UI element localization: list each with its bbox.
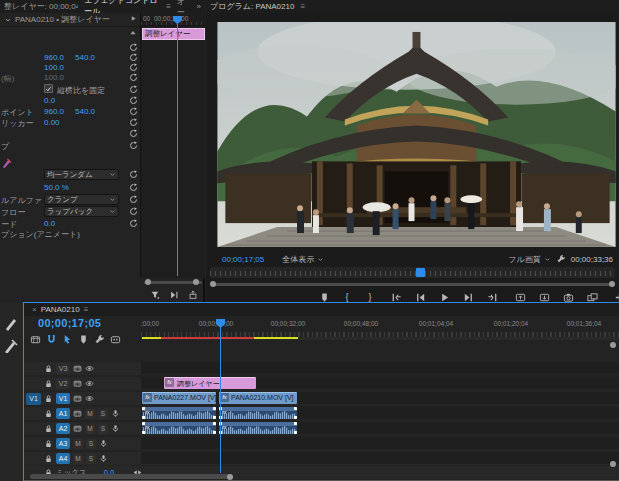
- solo-button[interactable]: S: [98, 409, 108, 419]
- param-value[interactable]: 0.0: [44, 219, 55, 228]
- mini-timeline-playhead[interactable]: [177, 24, 178, 276]
- param-value[interactable]: 960.0: [44, 107, 64, 116]
- effect-controls-clip-selector[interactable]: PANA0210 • 調整レイヤー: [0, 13, 140, 27]
- selection-handle[interactable]: [142, 431, 145, 434]
- panel-menu-icon[interactable]: ≡: [300, 2, 305, 11]
- selection-handle[interactable]: [213, 431, 216, 434]
- track-target-v1[interactable]: V1: [56, 393, 70, 404]
- param-value[interactable]: 100.0: [44, 63, 64, 72]
- track-content-a1[interactable]: fxfx: [141, 407, 619, 420]
- track-lock-icon[interactable]: [44, 394, 53, 403]
- playback-quality-select[interactable]: フル画質: [508, 254, 550, 265]
- audio-clip-pana0227[interactable]: fx: [142, 422, 216, 434]
- video-clip-pana0210[interactable]: fxPANA0210.MOV [V]: [219, 392, 297, 404]
- zoom-bar-left-handle[interactable]: [145, 279, 151, 285]
- export-icon[interactable]: [188, 290, 198, 300]
- playhead-to-key-icon[interactable]: [169, 290, 179, 300]
- param-value[interactable]: 0.00: [44, 118, 60, 127]
- sync-lock-icon[interactable]: [73, 424, 82, 433]
- track-lock-icon[interactable]: [44, 364, 53, 373]
- reset-param-button[interactable]: [127, 206, 139, 217]
- captions-icon[interactable]: [110, 334, 121, 345]
- param-value[interactable]: 540.0: [75, 53, 95, 62]
- reset-param-button[interactable]: [127, 169, 139, 180]
- reset-param-button[interactable]: [127, 182, 139, 193]
- selection-handle[interactable]: [142, 416, 145, 419]
- selection-handle[interactable]: [142, 422, 145, 425]
- source-patch-a2[interactable]: [26, 423, 41, 435]
- track-content-v1[interactable]: fxPANA0227.MOV [V]fxPANA0210.MOV [V]: [141, 392, 619, 405]
- reset-param-button[interactable]: [127, 128, 139, 139]
- track-content-a4[interactable]: [141, 452, 619, 465]
- vscroll-handle[interactable]: [610, 461, 616, 467]
- mute-button[interactable]: M: [73, 439, 83, 449]
- panel-menu-icon[interactable]: ≡: [166, 2, 171, 11]
- track-content-v3[interactable]: [141, 362, 619, 375]
- tab-program-monitor[interactable]: プログラム: PANA0210: [210, 1, 294, 13]
- sync-lock-icon[interactable]: [73, 409, 82, 418]
- reset-param-button[interactable]: [127, 95, 139, 106]
- collapse-params-icon[interactable]: [129, 29, 137, 37]
- solo-button[interactable]: S: [86, 439, 96, 449]
- track-lock-icon[interactable]: [44, 409, 53, 418]
- reset-param-button[interactable]: [127, 117, 139, 128]
- zoom-level-select[interactable]: 全体表示: [282, 254, 324, 265]
- scrollbar-right-handle[interactable]: [609, 281, 615, 287]
- track-lock-icon[interactable]: [44, 379, 53, 388]
- param-value[interactable]: 100.0: [44, 73, 64, 82]
- selection-handle[interactable]: [294, 431, 297, 434]
- timeline-playhead[interactable]: [220, 319, 221, 473]
- timeline-zoom-handle[interactable]: [610, 342, 616, 348]
- sync-lock-icon[interactable]: [73, 364, 82, 373]
- solo-button[interactable]: S: [98, 424, 108, 434]
- param-value[interactable]: 50.0 %: [44, 183, 69, 192]
- source-patch-v2[interactable]: [26, 378, 41, 390]
- track-output-eye-icon[interactable]: [85, 379, 94, 388]
- track-target-a1[interactable]: A1: [56, 408, 70, 419]
- track-content-a2[interactable]: fxfx: [141, 422, 619, 435]
- reset-param-button[interactable]: [127, 72, 139, 83]
- track-target-a2[interactable]: A2: [56, 423, 70, 434]
- funnel-icon[interactable]: [150, 290, 160, 300]
- param-dropdown[interactable]: 均一ランダム: [44, 169, 119, 180]
- track-lock-icon[interactable]: [44, 439, 53, 448]
- snap-icon[interactable]: [46, 334, 57, 345]
- timeline-ruler[interactable]: ;00;0000;00;16;0000;00;32;0000;00;48;000…: [141, 317, 619, 337]
- mini-timeline-toggle-icon[interactable]: [130, 15, 137, 22]
- track-target-v3[interactable]: V3: [56, 363, 70, 374]
- timeline-horizontal-scrollbar[interactable]: [30, 474, 230, 479]
- close-tab-icon[interactable]: ×: [32, 305, 37, 314]
- param-dropdown[interactable]: ラップバック: [44, 206, 119, 217]
- mute-button[interactable]: M: [85, 424, 95, 434]
- effect-controls-mini-timeline[interactable]: 00 00;00;16;00 調整レイヤー: [140, 13, 205, 278]
- tool-icon[interactable]: [4, 339, 18, 353]
- selection-handle[interactable]: [142, 407, 145, 410]
- timeline-current-timecode[interactable]: 00;00;17;05: [38, 317, 101, 329]
- program-current-timecode[interactable]: 00;00;17;05: [222, 255, 264, 264]
- source-patch-a3[interactable]: [26, 438, 41, 450]
- reset-param-button[interactable]: [127, 194, 139, 205]
- source-patch-a4[interactable]: [26, 453, 41, 465]
- mute-button[interactable]: M: [73, 454, 83, 464]
- audio-clip-pana0210[interactable]: fx: [219, 422, 297, 434]
- zoom-bar-right-handle[interactable]: [193, 279, 199, 285]
- track-lock-icon[interactable]: [44, 424, 53, 433]
- param-checkbox[interactable]: [44, 84, 53, 93]
- param-dropdown[interactable]: クランプ: [44, 194, 119, 205]
- settings-wrench-icon[interactable]: [556, 254, 566, 264]
- track-target-a4[interactable]: A4: [56, 453, 70, 464]
- mini-timeline-zoom-bar[interactable]: [141, 277, 205, 287]
- tab-sequence[interactable]: PANA0210: [41, 305, 80, 314]
- scrollbar-left-handle[interactable]: [210, 281, 216, 287]
- reset-param-button[interactable]: [127, 84, 139, 95]
- selection-handle[interactable]: [294, 407, 297, 410]
- source-patch-a1[interactable]: [26, 408, 41, 420]
- voiceover-mic-icon[interactable]: [99, 454, 108, 463]
- track-output-eye-icon[interactable]: [85, 364, 94, 373]
- selection-handle[interactable]: [213, 407, 216, 410]
- effect-fx-icon[interactable]: [1, 158, 12, 169]
- audio-clip-pana0210[interactable]: fx: [219, 407, 297, 419]
- param-value[interactable]: 960.0: [44, 53, 64, 62]
- tab-overflow-chevron-icon[interactable]: »: [197, 2, 201, 11]
- track-content-a3[interactable]: [141, 437, 619, 450]
